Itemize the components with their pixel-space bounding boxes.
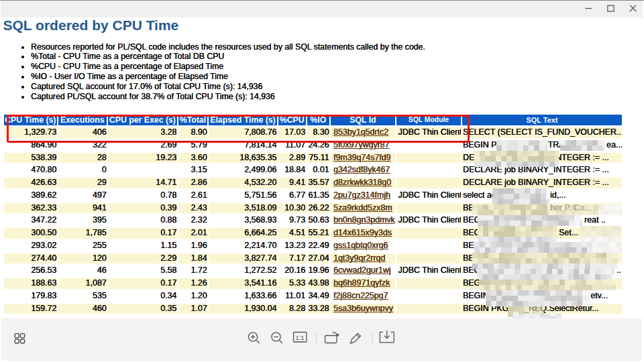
- svg-text:1:1: 1:1: [295, 334, 304, 341]
